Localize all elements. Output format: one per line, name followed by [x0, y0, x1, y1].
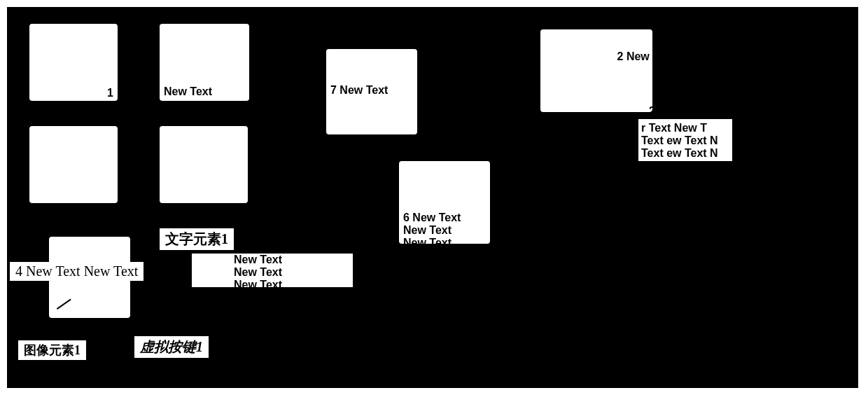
card-top-left-1: 1	[29, 24, 118, 101]
card-6: 6 New Text New Text New Text	[399, 161, 490, 244]
diagram-root: { "cards": { "c_top_left_1": { "text": "…	[0, 0, 868, 395]
label-virtual-key[interactable]: 虚拟按键1	[134, 336, 209, 358]
card-5-text: New Text New Text New Text	[196, 254, 349, 287]
label-new-text-pair: 4 New Text New Text	[10, 262, 144, 281]
card-5: New Text New Text New Text	[192, 254, 353, 287]
card-mid-left-2	[160, 126, 248, 203]
label-text-element: 文字元素1	[160, 228, 234, 250]
card-text-area: New Text	[160, 24, 249, 101]
card-text-area-text: New Text	[164, 85, 212, 98]
black-canvas: 1 New Text 7 New Text 6 New Text New Tex…	[7, 7, 858, 388]
card-6-text: 6 New Text New Text New Text	[403, 212, 461, 244]
card-2-bottom-num: 2	[649, 105, 652, 112]
card-7-text: 7 New Text	[330, 84, 413, 97]
edge-strip-right: r Text New T Text ew Text N Text ew Text…	[638, 119, 732, 161]
label-image-element: 图像元素1	[18, 340, 86, 360]
card-mid-left-1	[29, 126, 118, 203]
image-slash-icon	[57, 299, 71, 310]
card-2-corner-text: 2 New T	[617, 50, 652, 63]
card-2: 2 New T 2	[540, 29, 652, 112]
card-top-left-1-text: 1	[29, 87, 118, 99]
card-7: 7 New Text	[326, 49, 417, 134]
